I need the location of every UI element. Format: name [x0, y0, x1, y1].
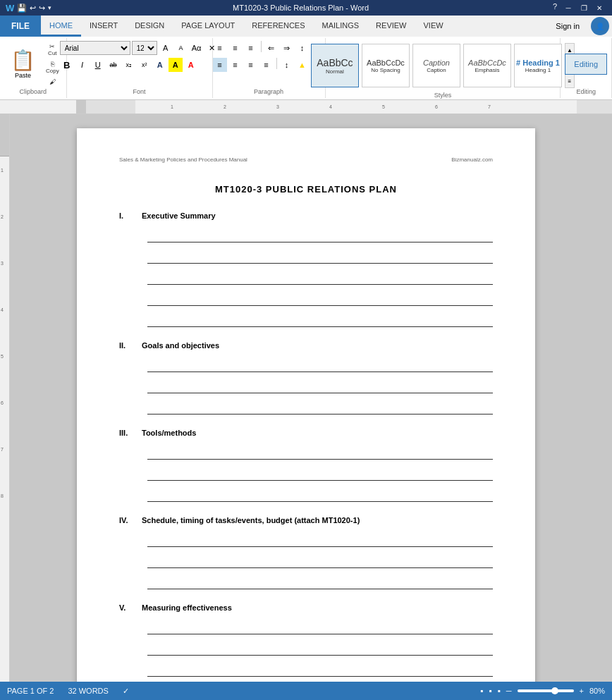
content-line[interactable]	[147, 532, 493, 547]
decrease-indent-button[interactable]: ⇐	[264, 41, 279, 55]
paste-button[interactable]: 📋 Paste	[4, 45, 42, 82]
zoom-level: 80%	[589, 687, 605, 695]
content-line[interactable]	[147, 248, 493, 264]
content-line[interactable]	[147, 399, 493, 415]
file-tab[interactable]: FILE	[0, 16, 41, 37]
content-line[interactable]	[147, 486, 493, 502]
content-line[interactable]	[147, 227, 493, 242]
style-no-spacing[interactable]: AaBbCcDc No Spacing	[362, 44, 410, 87]
content-line[interactable]	[147, 378, 493, 393]
section-1-title: Executive Summary	[142, 211, 216, 220]
section-2-heading: II. Goals and objectives	[119, 341, 493, 350]
content-line[interactable]	[147, 553, 493, 568]
view-read-button[interactable]: ▪	[489, 686, 491, 696]
font-color-button[interactable]: A	[184, 58, 198, 72]
content-line[interactable]	[147, 619, 493, 634]
status-bar: PAGE 1 OF 2 32 WORDS ✓ ▪ ▪ ▪ ─ + 80%	[0, 682, 612, 700]
style-no-spacing-preview: AaBbCcDc	[367, 59, 405, 67]
bold-button[interactable]: B	[60, 58, 74, 72]
text-effects-button[interactable]: A	[153, 58, 167, 72]
tab-view[interactable]: VIEW	[415, 16, 452, 37]
highlight-button[interactable]: A	[169, 58, 183, 72]
section-2-title: Goals and objectives	[142, 341, 219, 350]
tab-page-layout[interactable]: PAGE LAYOUT	[173, 16, 243, 37]
change-case-button[interactable]: Aα	[190, 41, 204, 55]
style-emphasis[interactable]: AaBbCcDc Emphasis	[463, 44, 511, 87]
style-normal[interactable]: AaBbCc Normal	[311, 44, 359, 87]
content-line[interactable]	[147, 444, 493, 460]
status-right: ▪ ▪ ▪ ─ + 80%	[480, 686, 605, 696]
numbering-button[interactable]: ≡	[228, 41, 243, 55]
zoom-out-button[interactable]: ─	[506, 687, 512, 695]
line-spacing-button[interactable]: ↕	[280, 58, 294, 72]
font-name-row: Arial 12 A A Aα ✕	[60, 41, 219, 55]
vertical-ruler: 1 2 3 4 5 6 7 8	[0, 114, 10, 682]
restore-button[interactable]: ❐	[577, 2, 591, 13]
section-3-lines	[119, 444, 493, 502]
justify-button[interactable]: ≡	[259, 58, 274, 72]
sign-in-button[interactable]: Sign in	[547, 16, 588, 37]
align-center-button[interactable]: ≡	[228, 58, 243, 72]
view-print-button[interactable]: ▪	[480, 686, 483, 696]
underline-button[interactable]: U	[91, 58, 105, 72]
increase-indent-button[interactable]: ⇒	[280, 41, 294, 55]
shrink-font-button[interactable]: A	[174, 41, 188, 55]
content-line[interactable]	[147, 465, 493, 481]
grow-font-button[interactable]: A	[159, 41, 173, 55]
superscript-button[interactable]: x²	[137, 58, 152, 72]
zoom-in-button[interactable]: +	[580, 687, 584, 695]
cut-label: Cut	[48, 50, 56, 56]
paste-icon: 📋	[11, 49, 35, 72]
multilevel-button[interactable]: ≡	[244, 41, 258, 55]
font-name-select[interactable]: Arial	[60, 41, 130, 55]
tab-design[interactable]: DESIGN	[126, 16, 173, 37]
undo-icon[interactable]: ↩	[30, 4, 36, 13]
view-web-button[interactable]: ▪	[497, 686, 500, 696]
style-caption[interactable]: Caption Caption	[412, 44, 460, 87]
copy-icon: ⎘	[51, 61, 54, 68]
italic-button[interactable]: I	[75, 58, 90, 72]
section-2: II. Goals and objectives	[119, 341, 493, 415]
tab-home[interactable]: HOME	[41, 16, 81, 37]
page-info: PAGE 1 OF 2	[7, 687, 54, 695]
redo-icon[interactable]: ↪	[39, 4, 45, 13]
content-line[interactable]	[147, 269, 493, 285]
section-4-title-normal: (attach MT1020-1)	[292, 516, 360, 524]
tab-references[interactable]: REFERENCES	[243, 16, 313, 37]
font-size-select[interactable]: 12	[132, 41, 157, 55]
clipboard-group: 📋 Paste ✂ Cut ⎘ Copy 🖌 Clipboard	[0, 38, 67, 98]
content-line[interactable]	[147, 640, 493, 656]
minimize-button[interactable]: ─	[561, 2, 575, 13]
content-line[interactable]	[147, 574, 493, 589]
document-area: 1 2 3 4 5 6 7 8 Sales & Marketing Polici…	[0, 114, 612, 682]
tab-mailings[interactable]: MAILINGS	[314, 16, 368, 37]
para-row-2: ≡ ≡ ≡ ≡ ↕ ▲ □	[213, 58, 325, 72]
style-normal-preview: AaBbCc	[317, 57, 353, 68]
style-heading1-preview: # Heading 1	[516, 59, 560, 67]
font-label: Font	[133, 88, 146, 95]
sort-button[interactable]: ↕	[295, 41, 310, 55]
tab-review[interactable]: REVIEW	[367, 16, 415, 37]
section-1-lines	[119, 227, 493, 327]
content-line[interactable]	[147, 290, 493, 306]
strikethrough-button[interactable]: ab	[106, 58, 121, 72]
content-line[interactable]	[147, 357, 493, 372]
title-icons: W 💾 ↩ ↪ ▾	[6, 3, 51, 13]
shading-button[interactable]: ▲	[295, 58, 310, 72]
content-line[interactable]	[147, 312, 493, 327]
section-5-title: Measuring effectiveness	[142, 603, 232, 612]
zoom-slider[interactable]	[518, 689, 574, 692]
font-content: Arial 12 A A Aα ✕ B I U ab x₂ x² A A A	[60, 41, 219, 87]
save-icon[interactable]: 💾	[17, 4, 27, 13]
close-button[interactable]: ✕	[592, 2, 606, 13]
content-line[interactable]	[147, 661, 493, 677]
subscript-button[interactable]: x₂	[122, 58, 136, 72]
style-emphasis-label: Emphasis	[475, 67, 499, 73]
style-heading1[interactable]: # Heading 1 Heading 1	[514, 44, 562, 87]
tab-insert[interactable]: INSERT	[81, 16, 126, 37]
align-left-button[interactable]: ≡	[213, 58, 227, 72]
editing-button[interactable]: Editing	[565, 54, 607, 75]
help-icon[interactable]: ?	[550, 2, 560, 13]
align-right-button[interactable]: ≡	[244, 58, 258, 72]
bullets-button[interactable]: ≡	[213, 41, 227, 55]
